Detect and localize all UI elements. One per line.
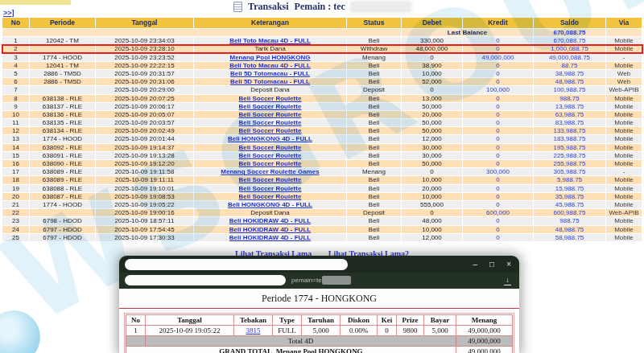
keterangan-link[interactable]: Beli Soccer Roulette xyxy=(239,144,302,151)
keterangan-link[interactable]: Beli Soccer Roulette xyxy=(239,193,302,200)
cell-keterangan: Beli Soccer Roulette xyxy=(194,176,347,184)
page-title: Transaksi xyxy=(248,1,288,13)
cell-kredit: 0 xyxy=(463,135,534,143)
cell-tanggal: 2025-10-09 18:57:11 xyxy=(96,217,194,225)
tebakan-link[interactable]: 3815 xyxy=(246,326,261,335)
maximize-icon[interactable]: □ xyxy=(489,261,494,269)
cell-tanggal: 2025-10-09 23:34:03 xyxy=(96,37,194,45)
keterangan-link[interactable]: Beli Soccer Roulette xyxy=(239,111,302,118)
cell-periode: 1774 - HOOD xyxy=(30,200,96,208)
cell-kredit: 600,000 xyxy=(463,209,534,217)
cell-periode: 638088 - RLE xyxy=(30,184,96,192)
cell-tanggal: 2025-10-09 19:13:28 xyxy=(96,151,194,159)
last-balance-spacer xyxy=(2,29,402,37)
column-header-debet: Debet xyxy=(402,18,463,29)
cell-tanggal: 2025-10-09 17:54:45 xyxy=(96,225,194,233)
cell-keterangan: Beli Toto Macau 4D - FULL xyxy=(194,37,347,45)
cell-status: Beli xyxy=(347,217,402,225)
cell-status: Beli xyxy=(347,94,402,102)
table-row: 112042 - TM2025-10-09 23:34:03Beli Toto … xyxy=(2,37,642,45)
cell-status: Beli xyxy=(347,151,402,159)
bet-menang: 49,000,000 xyxy=(456,326,513,336)
keterangan-link[interactable]: Beli Soccer Roulette xyxy=(239,185,302,192)
cell-tanggal: 2025-10-09 19:00:16 xyxy=(96,209,194,217)
cell-kredit: 0 xyxy=(463,160,534,168)
column-header-tanggal: Tanggal xyxy=(96,18,194,29)
cell-via: Web xyxy=(606,69,642,77)
cell-debet: 555,000 xyxy=(402,200,463,208)
cell-keterangan: Beli Soccer Roulette xyxy=(194,160,347,168)
cell-via: Mobile xyxy=(606,192,642,200)
last-balance-row: Last Balance 670,088.75 xyxy=(2,29,642,37)
transactions-table: NoPeriodeTanggalKeteranganStatusDebetKre… xyxy=(2,17,642,242)
cell-via: Mobile xyxy=(606,151,642,159)
cell-tanggal: 2025-10-09 20:29:00 xyxy=(96,86,194,94)
redacted-url[interactable] xyxy=(125,275,286,285)
keterangan-link[interactable]: Beli Soccer Roulette xyxy=(239,127,302,134)
keterangan-link[interactable]: Beli Toto Macau 4D - FULL xyxy=(229,62,311,69)
keterangan-link[interactable]: Beli Soccer Roulette xyxy=(239,152,302,159)
keterangan-link[interactable]: Beli Toto Macau 4D - FULL xyxy=(229,37,311,44)
cell-periode: 638090 - RLE xyxy=(30,160,96,168)
cell-debet: 10,000 xyxy=(402,176,463,184)
cell-saldo: 63,988.75 xyxy=(534,110,606,118)
cell-saldo: 49,000,088.75 xyxy=(534,53,606,61)
cell-debet: 50,000 xyxy=(402,127,463,135)
keterangan-link[interactable]: Beli Soccer Roulette xyxy=(239,160,302,167)
table-row: 16638090 - RLE2025-10-09 19:12:20Beli So… xyxy=(2,160,642,168)
column-header-via: Via xyxy=(606,18,642,29)
cell-no: 15 xyxy=(2,151,30,159)
keterangan-link[interactable]: Menang Soccer Roulette Games xyxy=(221,168,319,175)
popup-window: – □ × pemain=te ↓ Periode 1774 - HONGKON… xyxy=(119,256,519,353)
page-header: Transaksi Pemain : tec xyxy=(0,1,644,13)
popup-titlebar[interactable]: – □ × xyxy=(119,256,519,273)
keterangan-link[interactable]: Beli Soccer Roulette xyxy=(239,176,302,183)
keterangan-link[interactable]: Beli 5D Totomacau - FULL xyxy=(230,70,310,77)
cell-kredit: 100,000 xyxy=(463,86,534,94)
minimize-icon[interactable]: – xyxy=(473,261,478,269)
table-row: 11638135 - RLE2025-10-09 20:03:57Beli So… xyxy=(2,119,642,127)
cell-no: 16 xyxy=(2,160,30,168)
total-label: Total 4D xyxy=(146,336,456,347)
close-icon[interactable]: × xyxy=(506,261,511,269)
cell-no: 14 xyxy=(2,143,30,151)
bet-column-header-kei: Kei xyxy=(378,315,397,326)
cell-tanggal: 2025-10-09 19:08:53 xyxy=(96,192,194,200)
keterangan-link[interactable]: Beli HONGKONG 4D - FULL xyxy=(228,201,312,208)
keterangan-link[interactable]: Beli Soccer Roulette xyxy=(239,103,302,110)
cell-periode: 12041 - TM xyxy=(30,61,96,69)
bet-taruhan: 5,000 xyxy=(302,326,341,336)
cell-tanggal: 2025-10-09 19:12:20 xyxy=(96,160,194,168)
cell-no: 22 xyxy=(2,209,30,217)
keterangan-link[interactable]: Beli 5D Totomacau - FULL xyxy=(230,78,310,85)
last-balance-label: Last Balance xyxy=(402,29,534,37)
url-query-text: pemain=te xyxy=(291,277,322,284)
column-header-no: No xyxy=(2,18,30,29)
cell-status: Deposit xyxy=(347,209,402,217)
cell-saldo: 88.75 xyxy=(534,61,606,69)
bet-grand-total-row: GRAND TOTAL Menang Pool HONGKONG 49,000,… xyxy=(126,347,513,353)
cell-no: 10 xyxy=(2,110,30,118)
cell-debet: 20,000 xyxy=(402,184,463,192)
keterangan-link[interactable]: Beli Soccer Roulette xyxy=(239,95,302,102)
cell-via: Web-APIB xyxy=(606,209,642,217)
table-row: 62886 - TM5D2025-10-09 20:31:06Beli 5D T… xyxy=(2,78,642,86)
cell-tanggal: 2025-10-09 23:23:52 xyxy=(96,53,194,61)
cell-via: Web xyxy=(606,78,642,86)
cell-periode: 638135 - RLE xyxy=(30,119,96,127)
cell-via: Mobile xyxy=(606,61,642,69)
download-icon[interactable]: ↓ xyxy=(503,276,512,285)
keterangan-link[interactable]: Beli Soccer Roulette xyxy=(239,119,302,126)
table-row: 52886 - TM5D2025-10-09 20:31:57Beli 5D T… xyxy=(2,69,642,77)
cell-keterangan: Beli 5D Totomacau - FULL xyxy=(194,69,347,77)
keterangan-link[interactable]: Menang Pool HONGKONG xyxy=(230,54,311,61)
keterangan-link[interactable]: Beli HOKIDRAW 4D - FULL xyxy=(229,234,311,241)
keterangan-link[interactable]: Beli HONGKONG 4D - FULL xyxy=(228,135,312,142)
cell-kredit: 0 xyxy=(463,192,534,200)
keterangan-link[interactable]: Beli HOKIDRAW 4D - FULL xyxy=(229,217,311,224)
cell-no: 7 xyxy=(2,86,30,94)
cell-via: Web-APIB xyxy=(606,86,642,94)
cell-status: Beli xyxy=(347,119,402,127)
cell-saldo: 45,988.75 xyxy=(534,200,606,208)
keterangan-link[interactable]: Beli HOKIDRAW 4D - FULL xyxy=(229,226,311,233)
